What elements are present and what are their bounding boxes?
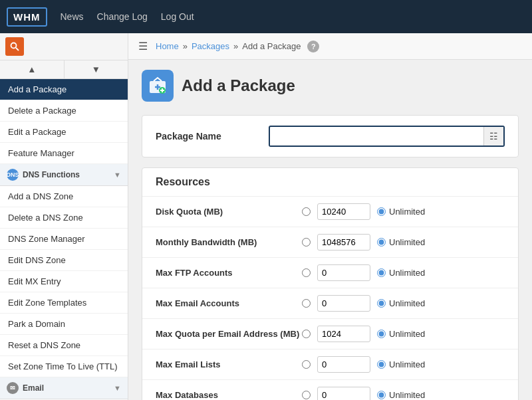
resource-radio-email-lists-unlimited[interactable] (377, 360, 386, 369)
sidebar-section-dns[interactable]: DNS DNS Functions ▼ (0, 164, 128, 186)
resource-row-email-accounts: Max Email Accounts Unlimited (142, 288, 518, 319)
resource-label-email-quota: Max Quota per Email Address (MB) (156, 329, 302, 339)
resource-row-disk-quota: Disk Quota (MB) Unlimited (142, 197, 518, 227)
sidebar: ▲ ▼ Add a Package Delete a Package Edit … (0, 33, 128, 400)
resource-radio-bandwidth-value[interactable] (302, 238, 311, 247)
resource-row-databases: Max Databases Unlimited (142, 380, 518, 400)
package-name-input-wrap: ☷ (269, 126, 505, 147)
breadcrumb-current: Add a Package (242, 41, 301, 51)
help-icon[interactable]: ? (307, 41, 319, 52)
breadcrumb: ☰ Home » Packages » Add a Package ? (128, 33, 532, 60)
sidebar-item-park-domain[interactable]: Park a Domain (0, 314, 128, 335)
email-chevron-icon: ▼ (114, 384, 121, 392)
resource-controls-email-quota: Unlimited (302, 326, 505, 342)
resource-input-databases[interactable] (317, 387, 370, 400)
resource-radio-ftp-unlimited[interactable] (377, 268, 386, 277)
resource-controls-bandwidth: Unlimited (302, 234, 505, 250)
nav-up-button[interactable]: ▲ (0, 60, 65, 78)
resource-controls-email-accounts: Unlimited (302, 295, 505, 312)
package-name-section: Package Name ☷ (142, 115, 519, 157)
resource-input-email-lists[interactable] (317, 356, 370, 373)
top-nav: WHM News Change Log Log Out (0, 0, 532, 33)
menu-icon[interactable]: ☰ (138, 40, 148, 52)
resource-radio-bandwidth-unlimited[interactable] (377, 238, 386, 247)
content-area: ☰ Home » Packages » Add a Package ? (128, 33, 532, 400)
sidebar-item-add-package[interactable]: Add a Package (0, 79, 128, 100)
svg-point-0 (11, 43, 17, 49)
resource-input-bandwidth[interactable] (317, 234, 370, 250)
resource-unlimited-email-accounts: Unlimited (377, 298, 425, 308)
sidebar-nav-arrows: ▲ ▼ (0, 60, 128, 79)
sidebar-item-add-dns-zone[interactable]: Add a DNS Zone (0, 186, 128, 207)
resource-row-ftp: Max FTP Accounts Unlimited (142, 258, 518, 288)
sidebar-item-edit-mx-entry[interactable]: Edit MX Entry (0, 271, 128, 292)
resource-row-email-lists: Max Email Lists Unlimited (142, 350, 518, 380)
resource-unlimited-label-email-accounts: Unlimited (389, 298, 425, 308)
sidebar-item-edit-zone-templates[interactable]: Edit Zone Templates (0, 292, 128, 314)
resource-label-databases: Max Databases (156, 390, 302, 400)
resources-header: Resources (142, 168, 518, 197)
nav-news[interactable]: News (61, 11, 84, 22)
sidebar-item-dns-zone-manager[interactable]: DNS Zone Manager (0, 229, 128, 250)
resource-radio-email-quota-value[interactable] (302, 330, 311, 338)
resource-input-ftp[interactable] (317, 264, 370, 281)
sidebar-item-delete-package[interactable]: Delete a Package (0, 100, 128, 122)
dns-section-icon: DNS (7, 169, 19, 181)
resource-radio-databases-unlimited[interactable] (377, 391, 386, 399)
resource-unlimited-email-lists: Unlimited (377, 359, 425, 369)
resource-radio-email-lists-value[interactable] (302, 360, 311, 369)
sidebar-item-delete-dns-zone[interactable]: Delete a DNS Zone (0, 207, 128, 229)
search-button[interactable] (5, 37, 24, 56)
whm-logo: WHM (7, 7, 47, 27)
resource-input-disk-quota[interactable] (317, 203, 370, 220)
sidebar-item-reset-dns-zone[interactable]: Reset a DNS Zone (0, 335, 128, 356)
resource-radio-disk-quota-unlimited[interactable] (377, 207, 386, 216)
resource-unlimited-disk-quota: Unlimited (377, 207, 425, 217)
sidebar-section-email[interactable]: ✉ Email ▼ (0, 377, 128, 399)
dns-chevron-icon: ▼ (114, 171, 121, 179)
resources-heading: Resources (156, 176, 505, 188)
sidebar-item-edit-package[interactable]: Edit a Package (0, 122, 128, 143)
nav-logout[interactable]: Log Out (161, 11, 194, 22)
resource-radio-email-accounts-value[interactable] (302, 299, 311, 308)
resources-section: Resources Disk Quota (MB) Unlimited (142, 167, 519, 400)
resource-label-bandwidth: Monthly Bandwidth (MB) (156, 237, 302, 247)
resource-unlimited-label-disk-quota: Unlimited (389, 207, 425, 217)
resource-label-email-accounts: Max Email Accounts (156, 298, 302, 308)
resource-controls-ftp: Unlimited (302, 264, 505, 281)
resource-radio-email-accounts-unlimited[interactable] (377, 299, 386, 308)
resource-controls-disk-quota: Unlimited (302, 203, 505, 220)
resource-controls-email-lists: Unlimited (302, 356, 505, 373)
breadcrumb-packages[interactable]: Packages (192, 41, 229, 51)
breadcrumb-sep1: » (183, 41, 188, 51)
resource-input-email-accounts[interactable] (317, 295, 370, 312)
nav-changelog[interactable]: Change Log (97, 11, 148, 22)
sidebar-search-bar (0, 33, 128, 60)
resource-radio-email-quota-unlimited[interactable] (377, 330, 386, 338)
resource-unlimited-label-databases: Unlimited (389, 390, 425, 400)
package-name-icon-btn[interactable]: ☷ (483, 127, 503, 146)
resource-controls-databases: Unlimited (302, 387, 505, 400)
package-name-input[interactable] (270, 128, 483, 146)
sidebar-item-feature-manager[interactable]: Feature Manager (0, 143, 128, 164)
resource-radio-disk-quota-value[interactable] (302, 207, 311, 216)
resource-unlimited-databases: Unlimited (377, 390, 425, 400)
sidebar-item-set-zone-ttl[interactable]: Set Zone Time To Live (TTL) (0, 356, 128, 377)
sidebar-item-edit-dns-zone[interactable]: Edit DNS Zone (0, 250, 128, 271)
page-content: Add a Package Package Name ☷ Resources (128, 60, 532, 400)
resource-label-email-lists: Max Email Lists (156, 359, 302, 369)
resource-unlimited-label-ftp: Unlimited (389, 268, 425, 278)
resource-radio-ftp-value[interactable] (302, 268, 311, 277)
dns-section-label: DNS Functions (23, 170, 80, 179)
package-name-label: Package Name (156, 131, 262, 142)
resource-unlimited-bandwidth: Unlimited (377, 237, 425, 247)
resource-radio-databases-value[interactable] (302, 391, 311, 399)
email-section-icon: ✉ (7, 382, 19, 394)
main-layout: ▲ ▼ Add a Package Delete a Package Edit … (0, 33, 532, 400)
add-package-icon (142, 70, 174, 102)
resource-input-email-quota[interactable] (317, 326, 370, 342)
nav-down-button[interactable]: ▼ (65, 60, 128, 78)
page-title: Add a Package (182, 76, 295, 95)
resource-unlimited-label-bandwidth: Unlimited (389, 237, 425, 247)
breadcrumb-home[interactable]: Home (156, 41, 179, 51)
